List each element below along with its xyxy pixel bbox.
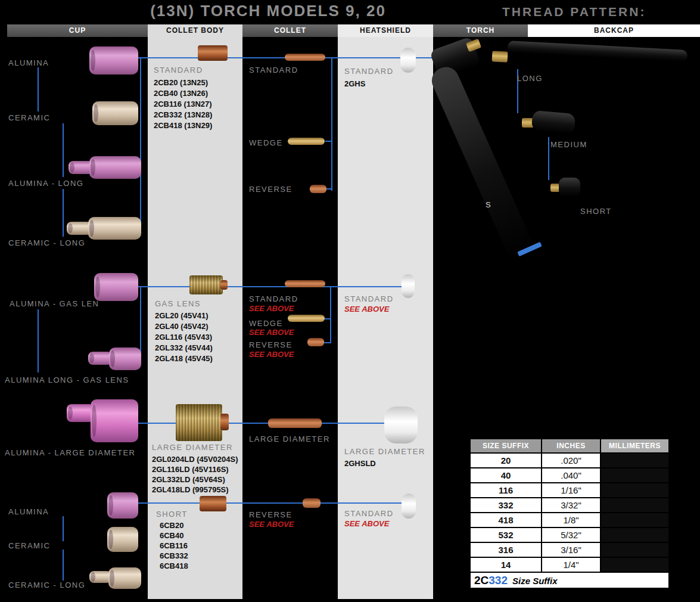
size-suffix-value: 14 <box>471 558 541 572</box>
alumina-gas-lens-cup-image <box>94 273 138 301</box>
heatshield-standard-heading-2: STANDARD <box>344 294 394 303</box>
heatshield-standard-heading-3: STANDARD <box>344 509 394 518</box>
table-row: 532 5/32" <box>471 528 668 542</box>
collet-body-standard-heading: STANDARD <box>154 66 203 75</box>
part-number: 2GL116LD (45V116S) <box>152 464 238 474</box>
standard-collet-image <box>285 54 325 61</box>
mm-value <box>601 454 668 467</box>
size-table-header-mm: MILLIMETERS <box>601 439 668 452</box>
table-row: 14 1/4" <box>471 558 668 572</box>
collet-wedge-see-above: SEE ABOVE <box>249 328 294 337</box>
wedge-collet-image-2 <box>288 315 325 322</box>
connector-line <box>38 67 39 111</box>
collet-large-diameter-heading: LARGE DIAMETER <box>249 435 330 443</box>
size-suffix-value: 532 <box>471 528 541 542</box>
size-suffix-value: 20 <box>471 454 541 467</box>
reverse-collet-image-2 <box>307 338 324 346</box>
inches-value: 1/16" <box>542 483 600 497</box>
connector-line <box>140 286 141 361</box>
connector-line <box>63 189 64 237</box>
backcap-short-label: SHORT <box>580 207 612 216</box>
collet-body-gas-lens-parts: 2GL20 (45V41) 2GL40 (45V42) 2GL116 (45V4… <box>155 311 213 364</box>
collet-body-gas-lens-heading: GAS LENS <box>155 299 201 308</box>
mm-value <box>601 498 668 512</box>
column-header-heatshield: HEATSHIELD <box>338 24 433 37</box>
size-table-header-row: SIZE SUFFIX INCHES MILLIMETERS <box>471 439 668 452</box>
part-number: 2GL116 (45V43) <box>155 332 213 343</box>
long-backcap-fitting <box>492 51 508 62</box>
cup-label-alumina-long: ALUMINA - LONG <box>8 179 83 188</box>
large-diameter-collet-body-image <box>176 404 222 441</box>
mm-value <box>601 513 668 527</box>
part-number: 2GL332 (45V44) <box>155 343 213 353</box>
table-row: 418 1/8" <box>471 513 668 527</box>
heatshield-large-diameter-part: 2GHSLD <box>344 459 376 468</box>
torch-marking: S <box>486 200 491 209</box>
collet-reverse-see-above: SEE ABOVE <box>249 350 294 359</box>
alumina-large-diameter-cup-image <box>91 399 138 442</box>
table-row: 20 .020" <box>471 454 668 467</box>
backcap-long-label: LONG <box>517 74 543 83</box>
medium-backcap-image <box>531 110 576 134</box>
standard-heatshield-image-2 <box>402 274 415 298</box>
connector-line <box>324 342 330 343</box>
collet-reverse-heading-2: REVERSE <box>249 340 293 349</box>
gas-lens-collet-body-image <box>189 275 223 294</box>
table-row: 40 .040" <box>471 468 668 482</box>
part-number: 2CB332 (13N28) <box>154 110 212 120</box>
ceramic-short-cup-image <box>107 527 138 552</box>
cup-label-alumina-long-gas-lens: ALUMINA LONG - GAS LENS <box>5 376 129 384</box>
connector-line <box>331 57 332 191</box>
collet-body-large-diameter-parts: 2GL0204LD (45V0204S) 2GL116LD (45V116S) … <box>152 454 238 495</box>
cup-label-ceramic: CERAMIC <box>8 113 50 122</box>
size-suffix-value: 116 <box>471 483 541 497</box>
connector-line <box>63 123 64 177</box>
size-table-header-suffix: SIZE SUFFIX <box>471 439 541 452</box>
inches-value: .040" <box>542 468 600 482</box>
standard-heatshield-image <box>400 48 416 73</box>
cup-label-ceramic-short: CERAMIC <box>8 541 50 550</box>
size-suffix-value: 418 <box>471 513 541 527</box>
collet-reverse-heading: REVERSE <box>249 185 293 194</box>
heatshield-standard-heading: STANDARD <box>344 67 394 76</box>
alumina-cup-image <box>89 46 138 75</box>
cup-label-alumina: ALUMINA <box>8 58 49 67</box>
collet-standard-heading-2: STANDARD <box>249 294 298 303</box>
connector-line <box>548 137 549 180</box>
part-number: 6CB40 <box>160 530 188 541</box>
mm-value <box>601 528 668 542</box>
part-number: 6CB116 <box>160 541 188 551</box>
table-row: 332 3/32" <box>471 498 668 512</box>
heatshield-standard-part: 2GHS <box>344 79 365 88</box>
part-number: 2GL332LD (45V64S) <box>152 474 238 485</box>
wedge-collet-image <box>288 138 325 145</box>
part-number: 2CB20 (13N25) <box>154 77 212 88</box>
mm-value <box>601 468 668 482</box>
column-header-cup: CUP <box>7 24 148 37</box>
inches-value: 5/32" <box>542 528 600 542</box>
cup-label-ceramic-long-short: CERAMIC - LONG <box>8 581 85 589</box>
cup-label-alumina-short: ALUMINA <box>8 507 49 516</box>
column-header-torch: TORCH <box>433 24 528 37</box>
example-label: Size Suffix <box>512 576 558 586</box>
connector-line <box>38 309 39 373</box>
part-number: 6CB418 <box>160 561 188 571</box>
part-number: 2CB40 (13N26) <box>154 88 212 99</box>
example-suffix: 332 <box>489 574 508 587</box>
parts-diagram-page: (13N) TORCH MODELS 9, 20 THREAD PATTERN:… <box>0 0 700 602</box>
cup-label-ceramic-long: CERAMIC - LONG <box>8 238 85 247</box>
collet-reverse-see-above-2: SEE ABOVE <box>249 520 294 529</box>
connector-line <box>63 516 64 541</box>
connector-line <box>325 141 332 142</box>
standard-collet-body-image <box>198 45 228 61</box>
size-suffix-example: 2C332Size Suffix <box>471 573 668 588</box>
connector-line <box>138 286 407 287</box>
heatshield-standard-see-above-2: SEE ABOVE <box>344 519 389 528</box>
connector-line <box>138 502 407 504</box>
reverse-collet-image-3 <box>303 498 321 508</box>
column-header-backcap: BACKCAP <box>528 24 700 37</box>
part-number: 2GL418 (45V45) <box>155 353 213 364</box>
mm-value <box>601 483 668 497</box>
size-suffix-value: 316 <box>471 543 541 557</box>
alumina-long-gas-lens-cup-nozzle <box>88 352 112 365</box>
